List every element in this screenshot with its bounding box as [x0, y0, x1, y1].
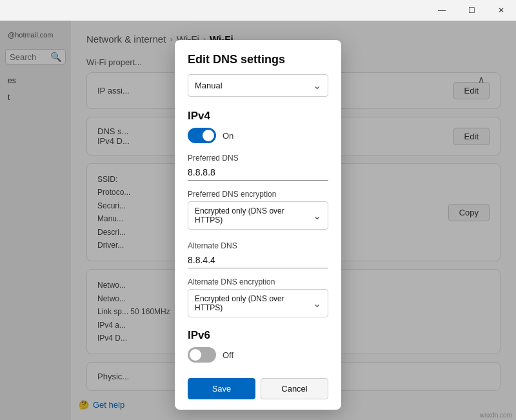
preferred-encryption-chevron-icon — [313, 210, 321, 222]
ipv4-toggle-row: On — [175, 128, 341, 151]
close-button[interactable]: ✕ — [486, 0, 516, 21]
dns-mode-value: Manual — [195, 81, 223, 90]
modal-overlay: Edit DNS settings Manual IPv4 On Preferr… — [0, 21, 516, 420]
ipv6-toggle[interactable] — [188, 347, 216, 363]
ipv6-toggle-row: Off — [175, 347, 341, 370]
alternate-dns-label: Alternate DNS — [175, 239, 341, 253]
preferred-dns-label: Preferred DNS — [175, 151, 341, 165]
ipv6-section-title: IPv6 — [175, 326, 341, 347]
save-button[interactable]: Save — [188, 378, 255, 399]
ipv6-toggle-label: Off — [223, 350, 233, 360]
alternate-encryption-chevron-icon — [313, 297, 321, 310]
dropdown-chevron-icon — [313, 79, 321, 92]
alternate-dns-input[interactable] — [188, 253, 328, 268]
preferred-dns-encryption-dropdown[interactable]: Encrypted only (DNS over HTTPS) — [188, 201, 328, 230]
alternate-dns-encryption-label: Alternate DNS encryption — [175, 275, 341, 289]
dialog-title: Edit DNS settings — [175, 40, 341, 74]
ipv6-toggle-thumb — [190, 349, 201, 361]
preferred-dns-encryption-label: Preferred DNS encryption — [175, 187, 341, 201]
minimize-button[interactable]: — — [427, 0, 457, 21]
edit-dns-dialog: Edit DNS settings Manual IPv4 On Preferr… — [175, 40, 341, 410]
title-bar: — ☐ ✕ — [0, 0, 516, 21]
dialog-footer: Save Cancel — [175, 370, 341, 399]
alternate-dns-encryption-value: Encrypted only (DNS over HTTPS) — [195, 294, 313, 312]
cancel-button[interactable]: Cancel — [261, 378, 328, 399]
maximize-button[interactable]: ☐ — [457, 0, 486, 21]
window-controls: — ☐ ✕ — [427, 0, 516, 21]
toggle-thumb — [203, 130, 214, 141]
ipv4-toggle[interactable] — [188, 128, 216, 143]
dns-mode-dropdown[interactable]: Manual — [188, 74, 328, 97]
preferred-dns-encryption-value: Encrypted only (DNS over HTTPS) — [195, 206, 313, 225]
preferred-dns-input[interactable] — [188, 165, 328, 181]
alternate-dns-encryption-dropdown[interactable]: Encrypted only (DNS over HTTPS) — [188, 289, 328, 317]
ipv4-section-title: IPv4 — [175, 107, 341, 128]
ipv4-toggle-label: On — [223, 131, 233, 141]
